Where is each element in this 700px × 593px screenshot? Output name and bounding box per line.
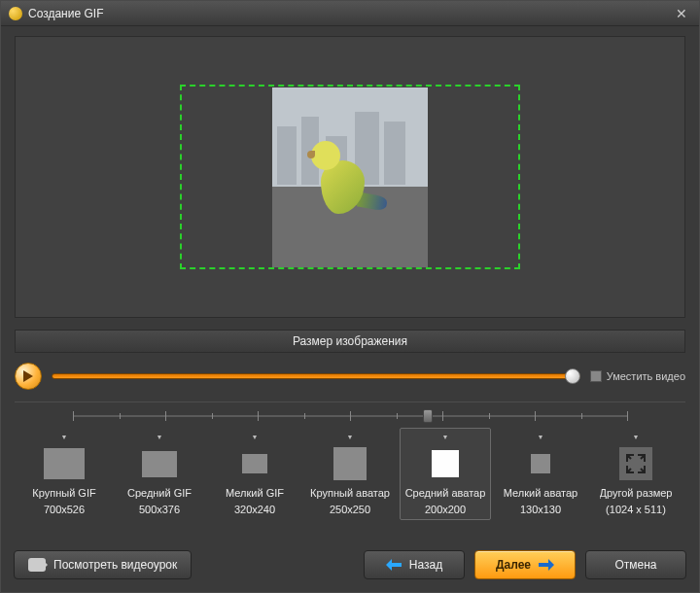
preset-0[interactable]: ▼Крупный GIF700x526 (18, 428, 110, 520)
preset-label: Крупный аватар (310, 487, 390, 500)
cancel-label: Отмена (614, 558, 656, 572)
chevron-down-icon: ▼ (538, 435, 544, 440)
preset-dimensions: 200x200 (425, 504, 466, 515)
preset-swatch (142, 451, 177, 477)
preset-label: Мелкий аватар (504, 487, 578, 500)
chevron-down-icon: ▼ (347, 435, 354, 440)
next-label: Далее (496, 558, 531, 572)
arrow-left-icon (386, 559, 402, 571)
preset-label: Средний GIF (127, 487, 192, 500)
arrow-right-icon (539, 559, 554, 571)
section-header: Размер изображения (15, 330, 685, 353)
crop-selection[interactable] (180, 85, 520, 269)
back-button[interactable]: Назад (364, 550, 465, 579)
divider (15, 401, 685, 402)
zoom-slider-thumb[interactable] (565, 368, 580, 384)
preset-dimensions: 250x250 (330, 504, 370, 515)
camera-icon (28, 558, 46, 572)
preset-dimensions: 500x376 (139, 504, 180, 515)
footer: Посмотреть видеоурок Назад Далее Отмена (0, 541, 700, 593)
preset-5[interactable]: ▼Мелкий аватар130x130 (495, 428, 586, 520)
preset-label: Мелкий GIF (226, 487, 284, 500)
chevron-down-icon: ▼ (442, 435, 449, 440)
chevron-down-icon: ▼ (252, 435, 259, 440)
preset-dimensions: 700x526 (44, 504, 85, 515)
window-title: Создание GIF (28, 7, 103, 20)
preset-label: Средний аватар (405, 487, 486, 500)
preset-dimensions: 320x240 (234, 504, 275, 515)
preset-swatch (432, 450, 459, 477)
video-frame (272, 87, 428, 267)
preset-label: Крупный GIF (32, 487, 95, 500)
app-icon (9, 7, 22, 20)
fit-video-checkbox[interactable]: Уместить видео (590, 370, 685, 382)
preset-2[interactable]: ▼Мелкий GIF320x240 (209, 428, 300, 520)
chevron-down-icon: ▼ (61, 435, 68, 440)
preset-swatch (531, 454, 550, 473)
size-ruler-thumb[interactable] (423, 409, 433, 423)
watch-tutorial-label: Посмотреть видеоурок (53, 558, 177, 572)
preset-swatch (44, 448, 85, 479)
watch-tutorial-button[interactable]: Посмотреть видеоурок (14, 550, 192, 579)
next-button[interactable]: Далее (474, 550, 576, 579)
checkbox-box (590, 370, 602, 382)
cancel-button[interactable]: Отмена (585, 550, 686, 579)
preset-swatch (242, 454, 267, 473)
back-label: Назад (409, 558, 442, 572)
preset-list: ▼Крупный GIF700x526▼Средний GIF500x376▼М… (15, 428, 685, 520)
close-icon[interactable]: ✕ (672, 6, 691, 21)
preset-dimensions: 130x130 (520, 504, 561, 515)
preset-dimensions: (1024 x 511) (606, 504, 666, 515)
size-ruler[interactable] (73, 408, 627, 424)
preset-3[interactable]: ▼Крупный аватар250x250 (304, 428, 396, 520)
chevron-down-icon: ▼ (157, 435, 163, 440)
preset-label: Другой размер (600, 487, 673, 500)
fit-video-label: Уместить видео (607, 370, 685, 382)
titlebar: Создание GIF ✕ (1, 1, 699, 26)
expand-icon (619, 447, 652, 480)
preset-4[interactable]: ▼Средний аватар200x200 (400, 428, 491, 520)
chevron-down-icon: ▼ (633, 435, 640, 440)
zoom-slider-track[interactable] (52, 373, 580, 379)
play-button[interactable] (15, 363, 42, 390)
preset-1[interactable]: ▼Средний GIF500x376 (114, 428, 205, 520)
preset-swatch (333, 447, 367, 480)
preview-panel (15, 36, 685, 318)
preset-6[interactable]: ▼Другой размер(1024 x 511) (590, 428, 682, 520)
